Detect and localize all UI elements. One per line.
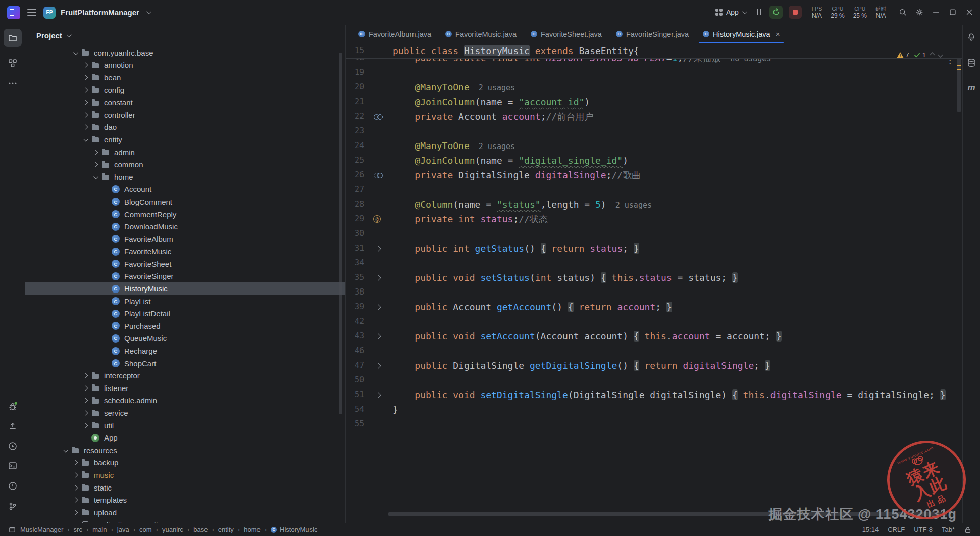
project-scrollbar[interactable]: [339, 53, 342, 414]
tree-item-commentreply[interactable]: CCommentReply: [25, 208, 345, 221]
code-line-28[interactable]: 28 @Column(name = "status",length = 5) 2…: [346, 197, 962, 212]
breadcrumb-entity[interactable]: entity: [218, 526, 234, 533]
tree-item-historymusic[interactable]: CHistoryMusic: [25, 282, 345, 295]
tree-chevron-slot[interactable]: [81, 125, 89, 129]
project-window-icon[interactable]: [8, 526, 16, 534]
tree-chevron-slot[interactable]: [71, 473, 79, 477]
tab-favoritesheet-java[interactable]: CFavoriteSheet.java: [524, 25, 609, 43]
tree-item-static[interactable]: static: [25, 481, 345, 494]
code-line-43[interactable]: 43 public void setAccount(Account accoun…: [346, 329, 962, 344]
tree-item-listener[interactable]: listener: [25, 382, 345, 395]
next-problem-icon[interactable]: [938, 53, 943, 58]
tree-chevron-slot[interactable]: [81, 63, 89, 67]
code-line-23[interactable]: 23: [346, 124, 962, 138]
tree-chevron-slot[interactable]: [81, 411, 89, 415]
code-line-21[interactable]: 21 @JoinColumn(name = "account_id"): [346, 94, 962, 109]
fold-arrow-icon[interactable]: [375, 246, 381, 251]
tree-chevron-slot[interactable]: [61, 449, 69, 452]
tree-item-templates[interactable]: templates: [25, 494, 345, 506]
fold-arrow-icon[interactable]: [375, 392, 381, 398]
breadcrumb-src[interactable]: src: [74, 526, 82, 533]
tree-item-recharge[interactable]: CRecharge: [25, 345, 345, 357]
close-icon[interactable]: [965, 8, 974, 17]
tree-item-blogcomment[interactable]: CBlogComment: [25, 196, 345, 208]
tree-item-backup[interactable]: backup: [25, 457, 345, 469]
tree-item-bean[interactable]: bean: [25, 71, 345, 84]
tree-chevron-slot[interactable]: [71, 461, 79, 464]
code-line-55[interactable]: 55: [346, 417, 962, 431]
tab-historymusic-java[interactable]: CHistoryMusic.java: [696, 25, 787, 43]
code-line-26[interactable]: 26 private DigitalSingle digitalSingle;/…: [346, 168, 962, 182]
fold-arrow-icon[interactable]: [375, 333, 381, 339]
tree-item-resources[interactable]: resources: [25, 444, 345, 457]
code-line-35[interactable]: 35 public void setStatus(int status) { t…: [346, 270, 962, 285]
code-line-39[interactable]: 39 public Account getAccount() { return …: [346, 300, 962, 314]
status-item-utf-8[interactable]: UTF-8: [914, 526, 933, 533]
tree-item-common[interactable]: common: [25, 158, 345, 171]
code-line-30[interactable]: 30: [346, 226, 962, 241]
project-name[interactable]: FruitPlatformManager: [61, 8, 139, 17]
tree-chevron-slot[interactable]: [81, 399, 89, 402]
tree-item-home[interactable]: home: [25, 171, 345, 183]
database-icon[interactable]: [966, 58, 976, 68]
warnings-indicator[interactable]: 7: [897, 47, 909, 62]
tree-chevron-slot[interactable]: [81, 424, 89, 427]
pause-button[interactable]: [755, 9, 763, 15]
maven-icon[interactable]: [967, 83, 975, 93]
run-configuration-widget[interactable]: App: [712, 6, 749, 18]
tree-item-favoritemusic[interactable]: CFavoriteMusic: [25, 246, 345, 258]
breadcrumb-yuanlrc[interactable]: yuanlrc: [162, 526, 183, 533]
tree-item-annotion[interactable]: annotion: [25, 59, 345, 72]
tree-item-music[interactable]: music: [25, 469, 345, 481]
status-item-tab-[interactable]: Tab*: [942, 526, 955, 533]
previous-problem-icon[interactable]: [930, 53, 935, 58]
sticky-line[interactable]: 15 public class HistoryMusic extends Bas…: [346, 43, 962, 59]
tree-item-constant[interactable]: constant: [25, 96, 345, 109]
inspection-widget[interactable]: 7 1: [897, 47, 942, 62]
tab-favoritealbum-java[interactable]: CFavoriteAlbum.java: [351, 25, 438, 43]
tree-chevron-slot[interactable]: [81, 101, 89, 104]
notifications-icon[interactable]: [966, 32, 976, 42]
project-panel-header[interactable]: Project: [25, 25, 345, 45]
breadcrumb-home[interactable]: home: [244, 526, 261, 533]
debug-tool-icon[interactable]: [4, 397, 22, 415]
tree-chevron-slot[interactable]: [71, 511, 79, 514]
lock-icon[interactable]: [964, 526, 972, 534]
project-badge[interactable]: FP: [43, 7, 56, 19]
tree-item-service[interactable]: service: [25, 407, 345, 419]
code-line-46[interactable]: 46: [346, 344, 962, 358]
tree-item-favoritesheet[interactable]: CFavoriteSheet: [25, 258, 345, 270]
status-item-crlf[interactable]: CRLF: [888, 526, 905, 533]
more-tool-windows-icon[interactable]: [4, 74, 22, 92]
tree-item-shopcart[interactable]: CShopCart: [25, 357, 345, 370]
status-item-15-14[interactable]: 15:14: [862, 526, 879, 533]
editor-vertical-scrollbar[interactable]: [957, 44, 961, 517]
code-line-34[interactable]: 34: [346, 256, 962, 270]
fold-arrow-icon[interactable]: [375, 304, 381, 310]
tree-item-interceptor[interactable]: interceptor: [25, 369, 345, 382]
tree-chevron-slot[interactable]: [71, 498, 79, 502]
minimize-icon[interactable]: [932, 8, 941, 17]
search-icon[interactable]: [898, 8, 907, 17]
tree-item-application-properties[interactable]: application.properties: [25, 519, 345, 523]
code-line-47[interactable]: 47 public DigitalSingle getDigitalSingle…: [346, 358, 962, 373]
tree-chevron-slot[interactable]: [91, 151, 99, 154]
main-menu-icon[interactable]: [27, 9, 36, 16]
tree-item-util[interactable]: util: [25, 419, 345, 432]
tree-item-dao[interactable]: dao: [25, 121, 345, 134]
code-line-42[interactable]: 42: [346, 314, 962, 329]
tab-close-icon[interactable]: [776, 30, 780, 38]
run-tool-icon[interactable]: [4, 437, 22, 455]
code-line-29[interactable]: 29 private int status;//状态: [346, 212, 962, 226]
code-line-25[interactable]: 25 @JoinColumn(name = "digital_single_id…: [346, 153, 962, 168]
code-line-22[interactable]: 22 private Account account;//前台用户: [346, 109, 962, 124]
breadcrumb-base[interactable]: base: [193, 526, 208, 533]
tree-chevron-slot[interactable]: [71, 486, 79, 490]
stop-button[interactable]: [789, 6, 802, 19]
tab-favoritemusic-java[interactable]: CFavoriteMusic.java: [438, 25, 524, 43]
breadcrumb-musicmanager[interactable]: MusicManager: [20, 526, 63, 533]
breadcrumb-java[interactable]: java: [117, 526, 129, 533]
code-line-50[interactable]: 50: [346, 373, 962, 387]
tree-chevron-slot[interactable]: [81, 138, 89, 141]
code-line-54[interactable]: 54}: [346, 402, 962, 417]
